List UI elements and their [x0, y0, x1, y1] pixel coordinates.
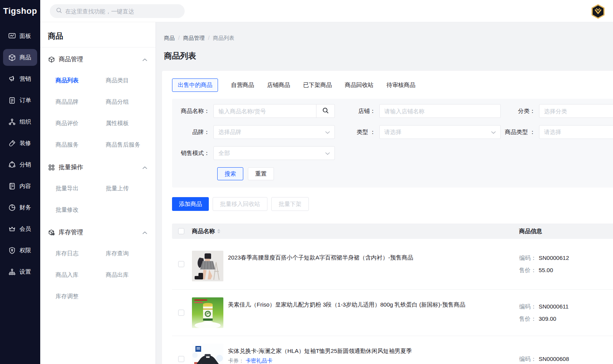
- add-product-button[interactable]: 添加商品: [172, 197, 209, 211]
- submenu-item-product-brands[interactable]: 商品品牌: [56, 91, 106, 113]
- sidebar-item-dashboard[interactable]: 面板: [3, 28, 37, 44]
- submenu-item-attribute-templates[interactable]: 属性模板: [106, 113, 156, 134]
- secondary-sidebar: 商品 商品管理 商品列表 商品类目 商品品牌 商品分组 商品评价 属性模板 商品…: [40, 22, 156, 364]
- submenu-item-product-services[interactable]: 商品服务: [56, 134, 106, 155]
- product-image: [192, 251, 223, 281]
- submenu-item-batch-export[interactable]: 批量导出: [56, 178, 106, 199]
- submenu-item-product-list[interactable]: 商品列表: [56, 70, 106, 91]
- column-product-name: 商品名称: [192, 228, 215, 235]
- brand-select[interactable]: 选择品牌: [213, 125, 335, 139]
- sidebar-item-members[interactable]: 会员: [3, 220, 37, 237]
- row-checkbox[interactable]: [178, 356, 184, 362]
- sidebar-item-permissions[interactable]: 权限: [3, 242, 37, 259]
- sort-icon[interactable]: [217, 229, 220, 233]
- category-field: [539, 104, 613, 118]
- batch-recycle-button[interactable]: 批量移入回收站: [213, 197, 267, 211]
- price-label: 售价：: [519, 315, 536, 323]
- product-code: SN0000612: [539, 255, 569, 262]
- category-label: 分类：: [501, 108, 539, 115]
- chevron-down-icon: [325, 150, 330, 157]
- global-search[interactable]: [50, 4, 185, 18]
- shop-field: [379, 104, 501, 118]
- global-search-input[interactable]: [65, 8, 172, 15]
- breadcrumb-item[interactable]: 商品管理: [183, 35, 205, 42]
- search-icon: [56, 7, 62, 15]
- sidebar-item-settings[interactable]: 设置: [3, 263, 37, 280]
- product-image: [192, 297, 223, 328]
- row-checkbox[interactable]: [178, 261, 184, 267]
- category-input[interactable]: [539, 108, 613, 114]
- submenu-title: 商品: [40, 22, 156, 47]
- submenu-item-after-sale-services[interactable]: 商品售后服务: [106, 134, 156, 155]
- select-all-checkbox[interactable]: [178, 228, 184, 234]
- product-table: 商品名称 商品信息: [172, 224, 613, 364]
- submenu-item-batch-edit[interactable]: 批量修改: [56, 199, 106, 220]
- order-icon: [8, 96, 16, 104]
- sidebar-item-organization[interactable]: 组织: [3, 113, 37, 130]
- sidebar-item-decoration[interactable]: 装修: [3, 135, 37, 152]
- settings-icon: [8, 268, 16, 276]
- code-label: 编码：: [519, 255, 536, 262]
- chevron-down-icon: [325, 129, 330, 135]
- tab-off-shelf[interactable]: 已下架商品: [303, 82, 332, 89]
- submenu-item-product-categories[interactable]: 商品类目: [106, 70, 156, 91]
- sidebar-item-marketing[interactable]: 营销: [3, 70, 37, 87]
- sidebar-item-distribution[interactable]: 分销: [3, 156, 37, 173]
- submenu-item-batch-upload[interactable]: 批量上传: [106, 178, 156, 199]
- product-name-input[interactable]: [214, 108, 316, 114]
- type-select[interactable]: 请选择: [379, 125, 501, 139]
- table-row[interactable]: 美素佳儿（Friso）皇家幼儿配方奶粉 3段（1-3岁幼儿适用）800g 乳铁蛋…: [172, 290, 613, 336]
- table-row[interactable]: 实体兑换卡-海澜之家（HLA）短袖T恤男25新圆领通勤休闲风短袖男夏季 卡券： …: [172, 336, 613, 364]
- reset-button[interactable]: 重置: [248, 167, 274, 180]
- group-batch-operations-links: 批量导出 批量上传 批量修改: [40, 178, 156, 220]
- search-icon: [322, 107, 329, 115]
- breadcrumb: 商品 / 商品管理 / 商品列表: [164, 35, 234, 42]
- group-inventory-management[interactable]: 库存管理: [40, 222, 156, 243]
- table-row[interactable]: 2023春季高腰显瘦百搭小个子短款A字百褶裙半身裙（含内衬）-预售商品 编码： …: [172, 239, 613, 290]
- tab-pending-review[interactable]: 待审核商品: [387, 82, 415, 89]
- shop-input[interactable]: [380, 108, 500, 114]
- submenu-item-stock-adjust[interactable]: 库存调整: [56, 286, 106, 307]
- tab-shop-products[interactable]: 店铺商品: [267, 82, 290, 89]
- group-batch-operations[interactable]: 批量操作: [40, 157, 156, 178]
- cube-icon: [8, 54, 16, 62]
- search-button[interactable]: 搜索: [217, 167, 243, 180]
- product-title[interactable]: 美素佳儿（Friso）皇家幼儿配方奶粉 3段（1-3岁幼儿适用）800g 乳铁蛋…: [228, 300, 496, 309]
- card-coupon-link[interactable]: 卡密礼品卡: [246, 357, 272, 364]
- breadcrumb-current: 商品列表: [213, 35, 234, 42]
- field-search-button[interactable]: [316, 104, 334, 118]
- tab-recycle-bin[interactable]: 商品回收站: [345, 82, 374, 89]
- breadcrumb-item[interactable]: 商品: [164, 35, 175, 42]
- tab-self-operated[interactable]: 自营商品: [231, 82, 254, 89]
- product-name-label: 商品名称：: [172, 108, 213, 115]
- product-type-select[interactable]: 请选择: [539, 125, 613, 139]
- chevron-up-icon[interactable]: [143, 229, 147, 236]
- sidebar-item-finance[interactable]: 财务: [3, 199, 37, 216]
- submenu-item-stock-in[interactable]: 商品入库: [56, 264, 106, 286]
- submenu-item-stock-logs[interactable]: 库存日志: [56, 243, 106, 264]
- batch-off-shelf-button[interactable]: 批量下架: [271, 197, 309, 211]
- cube-icon: [48, 56, 55, 63]
- chevron-down-icon: [491, 129, 496, 135]
- sale-mode-label: 销售模式：: [172, 150, 213, 157]
- column-product-info: 商品信息: [519, 228, 542, 235]
- submenu-item-stock-query[interactable]: 库存查询: [106, 243, 156, 264]
- tab-on-sale[interactable]: 出售中的商品: [172, 78, 218, 92]
- product-type-label: 商品类型 ：: [501, 129, 539, 136]
- submenu-item-stock-out[interactable]: 商品出库: [106, 264, 156, 286]
- sidebar-item-content[interactable]: 内容: [3, 178, 37, 194]
- vip-badge-icon[interactable]: [591, 4, 605, 19]
- product-title[interactable]: 2023春季高腰显瘦百搭小个子短款A字百褶裙半身裙（含内衬）-预售商品: [228, 253, 496, 261]
- sidebar-item-orders[interactable]: 订单: [3, 92, 37, 109]
- submenu-item-product-groups[interactable]: 商品分组: [106, 91, 156, 113]
- chevron-up-icon[interactable]: [143, 56, 147, 63]
- product-price: 309.00: [539, 315, 556, 323]
- card-coupon-label: 卡券：: [228, 357, 244, 364]
- chevron-up-icon[interactable]: [143, 164, 147, 171]
- submenu-item-product-reviews[interactable]: 商品评价: [56, 113, 106, 134]
- sale-mode-select[interactable]: 全部: [213, 146, 335, 160]
- sidebar-item-products[interactable]: 商品: [3, 49, 37, 66]
- row-checkbox[interactable]: [178, 310, 184, 316]
- product-title[interactable]: 实体兑换卡-海澜之家（HLA）短袖T恤男25新圆领通勤休闲风短袖男夏季: [228, 347, 496, 355]
- group-product-management[interactable]: 商品管理: [40, 49, 156, 70]
